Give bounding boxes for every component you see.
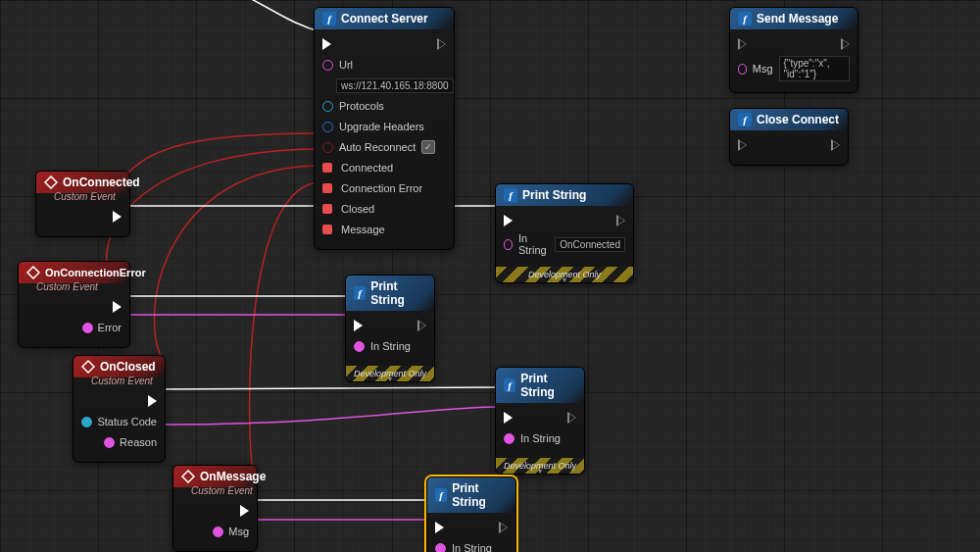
- node-print-string-2[interactable]: f Print String In String Development Onl…: [345, 275, 435, 382]
- exec-out-pin[interactable]: [148, 395, 157, 407]
- function-icon: f: [738, 113, 752, 126]
- exec-out-pin[interactable]: [113, 301, 122, 313]
- node-close-connect[interactable]: f Close Connect: [729, 108, 849, 166]
- node-header[interactable]: f Print String: [427, 477, 515, 513]
- message-label: Message: [341, 224, 385, 235]
- connection-error-pin[interactable]: [322, 183, 332, 193]
- dev-footer[interactable]: Development Only: [496, 458, 584, 474]
- reason-pin[interactable]: [104, 437, 115, 448]
- exec-in-pin[interactable]: [504, 215, 513, 226]
- exec-out-pin[interactable]: [417, 320, 426, 331]
- function-icon: f: [322, 12, 336, 25]
- node-subtitle: Custom Event: [91, 376, 165, 386]
- exec-in-pin[interactable]: [354, 320, 363, 331]
- node-on-connection-error[interactable]: OnConnectionError Custom Event Error: [18, 261, 130, 348]
- node-title: Print String: [370, 279, 426, 307]
- msg-pin[interactable]: [738, 64, 747, 75]
- msg-pin[interactable]: [213, 527, 223, 537]
- reason-label: Reason: [120, 436, 157, 448]
- event-icon: [44, 176, 58, 189]
- exec-out-pin[interactable]: [240, 505, 249, 517]
- node-subtitle: Custom Event: [191, 485, 257, 496]
- node-title: Print String: [520, 372, 576, 399]
- error-pin[interactable]: [82, 323, 93, 333]
- exec-out-pin[interactable]: [616, 215, 625, 226]
- node-header[interactable]: f Send Message: [730, 8, 858, 29]
- node-title: Print String: [522, 188, 586, 202]
- node-header[interactable]: OnConnected: [36, 172, 129, 193]
- function-icon: f: [504, 188, 517, 202]
- url-input[interactable]: ws://121.40.165.18:8800: [336, 78, 454, 93]
- in-string-label: In String: [520, 432, 561, 444]
- function-icon: f: [738, 12, 752, 25]
- node-title: Connect Server: [341, 12, 428, 25]
- node-on-message[interactable]: OnMessage Custom Event Msg: [172, 465, 258, 552]
- connected-pin[interactable]: [322, 163, 332, 173]
- exec-in-pin[interactable]: [322, 38, 331, 50]
- protocols-label: Protocols: [339, 100, 384, 112]
- node-send-message[interactable]: f Send Message Msg {"type":"x", "id":"1"…: [729, 7, 858, 93]
- error-label: Error: [98, 322, 122, 333]
- auto-reconnect-label: Auto Reconnect: [339, 141, 416, 153]
- msg-input[interactable]: {"type":"x", "id":"1"}: [779, 56, 850, 81]
- upgrade-headers-label: Upgrade Headers: [339, 121, 424, 132]
- node-print-string-4[interactable]: f Print String In String Development Onl…: [426, 477, 516, 552]
- node-title: Send Message: [757, 12, 838, 25]
- message-pin[interactable]: [322, 225, 332, 234]
- exec-in-pin[interactable]: [738, 38, 747, 50]
- dev-footer[interactable]: Development Only: [496, 267, 633, 282]
- exec-in-pin[interactable]: [504, 412, 513, 424]
- dev-footer[interactable]: Development Only: [346, 366, 434, 381]
- exec-out-pin[interactable]: [831, 139, 840, 151]
- function-icon: f: [435, 488, 447, 502]
- node-title: OnClosed: [100, 360, 156, 374]
- exec-out-pin[interactable]: [499, 522, 508, 533]
- node-subtitle: Custom Event: [36, 281, 129, 292]
- node-print-string-3[interactable]: f Print String In String Development Onl…: [495, 367, 585, 475]
- exec-out-pin[interactable]: [841, 38, 850, 50]
- node-connect-server[interactable]: f Connect Server Url ws://121.40.165.18:…: [314, 7, 455, 250]
- exec-in-pin[interactable]: [738, 139, 747, 151]
- event-icon: [26, 266, 40, 279]
- closed-pin[interactable]: [322, 204, 332, 214]
- node-header[interactable]: f Close Connect: [730, 109, 848, 130]
- function-icon: f: [354, 286, 366, 300]
- auto-reconnect-pin[interactable]: [322, 142, 333, 153]
- exec-out-pin[interactable]: [113, 211, 122, 223]
- exec-out-pin[interactable]: [567, 412, 576, 424]
- node-title: Print String: [452, 481, 508, 509]
- function-icon: f: [504, 378, 515, 392]
- node-title: OnMessage: [200, 470, 266, 483]
- node-header[interactable]: f Print String: [496, 184, 633, 206]
- in-string-label: In String: [452, 542, 492, 552]
- node-on-connected[interactable]: OnConnected Custom Event: [35, 171, 130, 237]
- msg-label: Msg: [228, 526, 249, 537]
- node-subtitle: Custom Event: [54, 191, 129, 202]
- node-header[interactable]: f Print String: [346, 276, 434, 311]
- auto-reconnect-checkbox[interactable]: [421, 140, 435, 154]
- node-header[interactable]: f Connect Server: [315, 8, 454, 29]
- node-title: OnConnected: [63, 176, 140, 189]
- status-code-label: Status Code: [97, 416, 157, 427]
- node-header[interactable]: OnConnectionError: [19, 262, 129, 283]
- in-string-pin[interactable]: [504, 433, 514, 444]
- status-code-pin[interactable]: [81, 417, 92, 427]
- node-header[interactable]: OnClosed: [74, 356, 165, 377]
- connected-label: Connected: [341, 162, 393, 174]
- exec-in-pin[interactable]: [435, 522, 444, 533]
- in-string-pin[interactable]: [504, 239, 513, 250]
- node-header[interactable]: f Print String: [496, 368, 584, 403]
- in-string-input[interactable]: OnConnected: [555, 237, 625, 252]
- upgrade-headers-pin[interactable]: [322, 122, 333, 132]
- exec-out-pin[interactable]: [437, 38, 446, 50]
- in-string-pin[interactable]: [435, 543, 446, 553]
- node-on-closed[interactable]: OnClosed Custom Event Status Code Reason: [73, 355, 166, 463]
- url-pin[interactable]: [322, 60, 333, 71]
- protocols-pin[interactable]: [322, 101, 333, 112]
- in-string-label: In String: [370, 340, 411, 352]
- msg-label: Msg: [753, 63, 773, 75]
- node-print-string-1[interactable]: f Print String In String OnConnected Dev…: [495, 183, 634, 283]
- in-string-pin[interactable]: [354, 341, 365, 352]
- connection-error-label: Connection Error: [341, 182, 422, 194]
- node-header[interactable]: OnMessage: [173, 466, 257, 487]
